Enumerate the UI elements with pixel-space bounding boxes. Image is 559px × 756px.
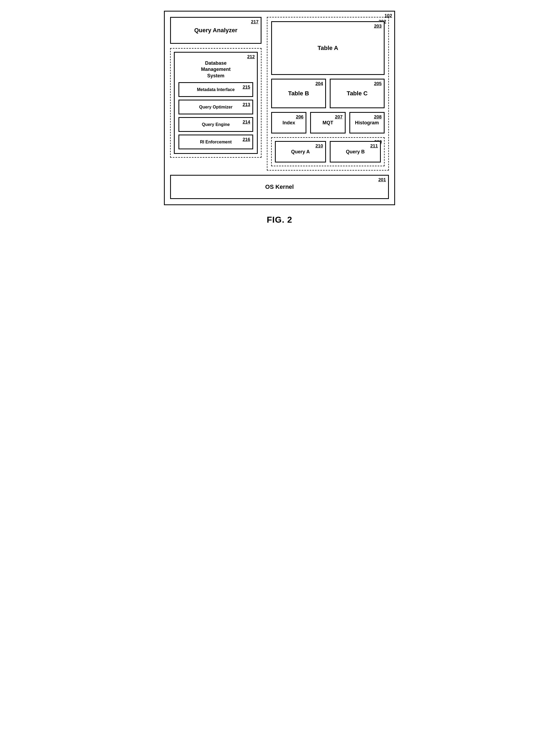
box-201: 201 OS Kernel xyxy=(170,175,389,199)
label-210: Query A xyxy=(291,149,310,155)
box-213: 213 Query Optimizer xyxy=(178,100,253,114)
box-208: 208 Histogram xyxy=(349,112,385,134)
dashed-outer-left: 212 DatabaseManagementSystem 215 Metadat… xyxy=(170,48,262,158)
dashed-202: 202 203 Table A 204 Table B 205 xyxy=(267,17,389,170)
ref-204: 204 xyxy=(315,81,323,87)
label-212: DatabaseManagementSystem xyxy=(178,60,253,79)
box-211: 211 Query B xyxy=(330,141,381,163)
label-206: Index xyxy=(283,120,295,126)
right-column: 202 203 Table A 204 Table B 205 xyxy=(267,17,389,170)
box-207: 207 MQT xyxy=(310,112,345,134)
ref-211: 211 xyxy=(370,143,378,149)
label-201: OS Kernel xyxy=(265,184,294,190)
label-204: Table B xyxy=(288,90,309,97)
box-210: 210 Query A xyxy=(275,141,326,163)
box-204: 204 Table B xyxy=(271,79,326,108)
ref-216: 216 xyxy=(243,137,250,142)
query-row: 210 Query A 211 Query B xyxy=(275,141,381,163)
ref-215: 215 xyxy=(243,85,250,90)
box-206: 206 Index xyxy=(271,112,306,134)
box-215: 215 Metadata Interface xyxy=(178,82,253,97)
index-row: 206 Index 207 MQT 208 Histogram xyxy=(271,112,385,134)
label-205: Table C xyxy=(347,90,368,97)
box-217: 217 Query Analyzer xyxy=(170,17,262,44)
top-area: 217 Query Analyzer 212 DatabaseManagemen… xyxy=(170,17,389,170)
ref-206: 206 xyxy=(296,114,304,120)
left-column: 217 Query Analyzer 212 DatabaseManagemen… xyxy=(170,17,262,170)
ref-203: 203 xyxy=(374,24,382,29)
label-207: MQT xyxy=(322,120,333,126)
box-212: 212 DatabaseManagementSystem 215 Metadat… xyxy=(174,52,258,154)
label-203: Table A xyxy=(317,45,338,52)
box-216: 216 RI Enforcement xyxy=(178,135,253,149)
label-214: Query Engine xyxy=(202,122,230,127)
label-217: Query Analyzer xyxy=(194,27,238,34)
label-211: Query B xyxy=(346,149,365,155)
ref-217: 217 xyxy=(251,19,259,25)
ref-213: 213 xyxy=(243,102,250,108)
label-208: Histogram xyxy=(355,120,379,126)
table-bc-row: 204 Table B 205 Table C xyxy=(271,79,385,108)
diagram-wrapper: 102 217 Query Analyzer 212 DatabaseManag… xyxy=(159,11,400,225)
ref-210: 210 xyxy=(315,143,323,149)
ref-201: 201 xyxy=(378,177,386,183)
ref-212: 212 xyxy=(247,54,255,60)
box-214: 214 Query Engine xyxy=(178,117,253,132)
ref-214: 214 xyxy=(243,119,250,125)
label-213: Query Optimizer xyxy=(199,105,232,110)
label-215: Metadata Interface xyxy=(197,87,235,92)
ref-205: 205 xyxy=(374,81,382,87)
box-203: 203 Table A xyxy=(271,21,385,75)
box-102: 102 217 Query Analyzer 212 DatabaseManag… xyxy=(164,11,395,205)
ref-207: 207 xyxy=(335,114,342,120)
fig-label: FIG. 2 xyxy=(267,215,292,225)
inner-boxes: 215 Metadata Interface 213 Query Optimiz… xyxy=(178,82,253,149)
dashed-209: 209 210 Query A 211 Query B xyxy=(271,137,385,166)
label-216: RI Enforcement xyxy=(200,140,232,144)
ref-208: 208 xyxy=(374,114,382,120)
box-205: 205 Table C xyxy=(330,79,385,108)
